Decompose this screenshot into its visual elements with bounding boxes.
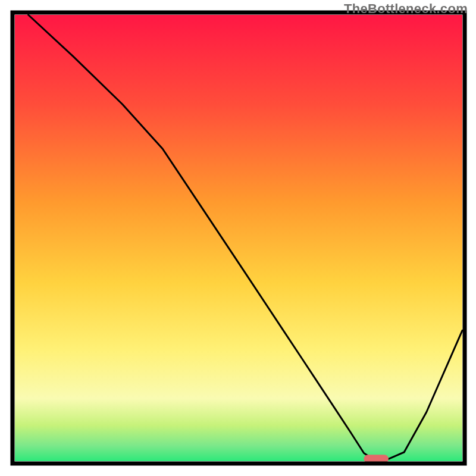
chart-gradient-background: [15, 15, 462, 461]
chart-canvas: [0, 0, 476, 476]
bottleneck-chart: TheBottleneck.com: [0, 0, 476, 476]
watermark-text: TheBottleneck.com: [344, 1, 468, 17]
